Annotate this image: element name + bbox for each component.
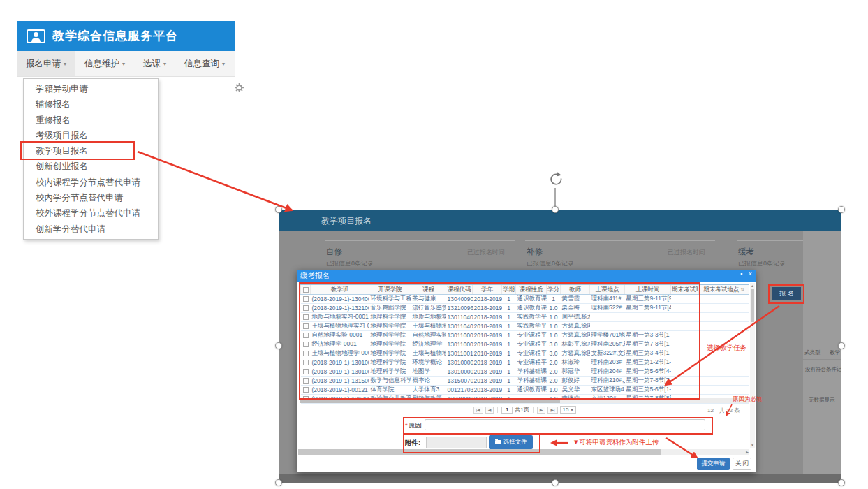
cell	[671, 340, 699, 349]
row-checkbox[interactable]	[303, 314, 309, 320]
column-header: 上课时间	[625, 285, 671, 295]
page-size-value: 15	[563, 407, 569, 413]
menu-item-3[interactable]: 选课▾	[134, 51, 175, 76]
scrollbar-thumb[interactable]	[298, 449, 661, 455]
modal-vscrollbar[interactable]: ▲ ▼	[750, 283, 755, 448]
cell: 1	[502, 358, 516, 367]
row-checkbox[interactable]	[303, 351, 309, 356]
row-checkbox[interactable]	[303, 333, 309, 338]
row-checkbox[interactable]	[303, 323, 309, 329]
cell: 2018-2019	[473, 367, 502, 377]
table-row[interactable]: (2018-2019-1)-131500709-数学与信息科学学院概率论1315…	[301, 377, 749, 386]
dropdown-item-5[interactable]: 教学项目报名	[24, 143, 158, 159]
first-page-button[interactable]: |◀	[473, 407, 483, 414]
table-header-row: 教学班开课学院课程课程代码学年学期课程性质学分教师上课地点上课时间期末考试时间期…	[301, 285, 749, 295]
cell: 130100006	[446, 358, 473, 367]
rotation-handle-icon[interactable]	[547, 170, 564, 188]
card-status: 已过报名时间	[668, 248, 705, 257]
dropdown-item-7[interactable]: 校内课程学分节点替代申请	[24, 175, 158, 190]
menu-item-2[interactable]: 信息维护▾	[75, 51, 134, 76]
cell	[699, 377, 749, 386]
scrollbar-thumb[interactable]	[751, 289, 754, 322]
table-row[interactable]: 土壤与植物地理实习-0001地理科学学院土壤与植物地理实习13011040320…	[301, 322, 749, 331]
cell: 理科南411#	[590, 295, 625, 304]
cell: 130110402	[446, 313, 473, 322]
cell	[671, 367, 699, 377]
close-button[interactable]: 关 闭	[733, 458, 751, 470]
next-page-button[interactable]: ▶	[537, 407, 546, 414]
row-checkbox[interactable]	[303, 296, 309, 302]
row-checkbox[interactable]	[303, 378, 309, 384]
dropdown-item-3[interactable]: 重修报名	[24, 112, 158, 128]
table-hscrollbar[interactable]	[300, 398, 749, 403]
table-row[interactable]: 自然地理实验-0001地理科学学院自然地理实验1301100042018-201…	[301, 331, 749, 340]
page-size-select[interactable]: 15 ▾	[560, 406, 576, 414]
column-header: 学年	[473, 285, 502, 295]
row-checkbox-cell	[301, 295, 311, 304]
selection-handle-bottom-center[interactable]	[552, 479, 559, 486]
table-row[interactable]: (2018-2019-1)-130100006-地理科学学院环境学概论13010…	[301, 358, 749, 367]
dropdown-item-9[interactable]: 校外课程学分节点替代申请	[24, 205, 158, 221]
cell	[699, 340, 749, 349]
close-icon[interactable]: ×	[749, 270, 752, 277]
table-row[interactable]: 地质与地貌实习-0001地理科学学院地质与地貌实习1301104022018-2…	[301, 313, 749, 322]
row-checkbox[interactable]	[303, 369, 309, 374]
gear-icon[interactable]	[234, 82, 244, 96]
page-number-input[interactable]	[501, 407, 513, 414]
choose-file-button[interactable]: 选择文件	[489, 435, 533, 449]
scrollbar-thumb[interactable]	[300, 398, 560, 403]
modal-header[interactable]: 缓考报名 ▪ ×	[297, 270, 756, 282]
caret-down-icon: ▾	[122, 61, 125, 67]
selection-handle-middle-right[interactable]	[838, 342, 845, 349]
selection-handle-top-center[interactable]	[552, 206, 559, 213]
row-checkbox[interactable]	[303, 387, 309, 393]
scroll-down-icon[interactable]: ▼	[751, 442, 754, 448]
menu-item-1[interactable]: 报名申请▾	[17, 51, 75, 76]
modal-hscrollbar[interactable]: ▶	[298, 449, 749, 455]
prev-page-button[interactable]: ◀	[485, 407, 494, 414]
dropdown-item-1[interactable]: 学籍异动申请	[24, 81, 158, 96]
column-header-label: 课程	[422, 286, 434, 293]
cell: 2018-2019	[473, 386, 502, 395]
record-count: 12 共 12 条	[707, 407, 740, 414]
cell: 1.0	[547, 331, 561, 340]
selection-handle-bottom-right[interactable]	[838, 479, 845, 486]
dropdown-item-4[interactable]: 考级项目报名	[24, 128, 158, 143]
table-row[interactable]: 经济地理学-0001地理科学学院经济地理学1301100032018-20191…	[301, 340, 749, 349]
file-input[interactable]	[426, 437, 487, 448]
row-checkbox[interactable]	[303, 360, 309, 365]
cell: 理科南522#	[590, 304, 625, 313]
sort-icon[interactable]: ⇅	[740, 287, 744, 292]
dropdown-item-10[interactable]: 创新学分替代申请	[24, 221, 158, 237]
row-checkbox-cell	[301, 340, 311, 349]
table-row[interactable]: (2018-2019-1)-00121703-1体育学院大学体育30012170…	[301, 386, 749, 395]
selection-handle-middle-left[interactable]	[275, 342, 282, 349]
deferred-exam-modal: 缓考报名 ▪ × 教学班开课学院课程课程代码学年学期课程性质学分教师上课地点上课…	[297, 270, 756, 472]
dropdown-item-2[interactable]: 辅修报名	[24, 96, 158, 112]
last-page-button[interactable]: ▶|	[547, 407, 557, 414]
selection-handle-bottom-left[interactable]	[275, 479, 282, 486]
selection-handle-top-right[interactable]	[838, 206, 845, 213]
reason-input[interactable]	[425, 419, 705, 430]
dropdown-item-6[interactable]: 创新创业报名	[24, 159, 158, 174]
menu-item-4[interactable]: 信息查询▾	[175, 51, 234, 76]
scroll-right-icon[interactable]: ▶	[746, 450, 749, 454]
table-row[interactable]: (2018-2019-1)-132100969-音乐舞蹈学院流行音乐鉴赏1321…	[301, 304, 749, 313]
card-name: 自修	[326, 247, 342, 257]
cell	[671, 295, 699, 304]
table-row[interactable]: 土壤与植物地理学-0001地理科学学院土壤与植物地理学1301100102018…	[301, 349, 749, 358]
dropdown-item-8[interactable]: 校内学分节点替代申请	[24, 190, 158, 205]
menu-item-5[interactable]: 教	[234, 51, 235, 76]
table-row[interactable]: (2018-2019-1)-130400909-环境科学与工程学院茶与健康130…	[301, 295, 749, 304]
select-all-checkbox[interactable]	[303, 287, 309, 293]
row-checkbox[interactable]	[303, 342, 309, 347]
row-checkbox[interactable]	[303, 305, 309, 311]
table-row[interactable]: (2018-2019-1)-130100002-地理科学学院地图学1301000…	[301, 367, 749, 377]
minimize-icon[interactable]: ▪	[740, 270, 742, 277]
apply-button[interactable]: 报 名	[772, 287, 801, 300]
row-checkbox-cell	[301, 304, 311, 313]
scroll-up-icon[interactable]: ▲	[751, 283, 754, 289]
selection-handle-top-left[interactable]	[275, 206, 282, 213]
cell: 专业课程平台	[516, 340, 547, 349]
submit-button[interactable]: 提交申请	[697, 458, 730, 470]
